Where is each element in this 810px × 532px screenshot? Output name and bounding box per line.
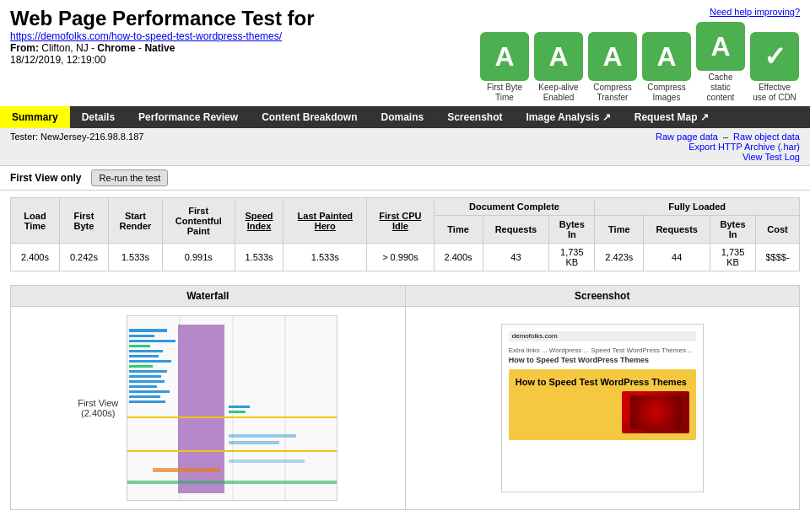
- grade-compress-images: ACompress Images: [641, 32, 692, 103]
- results-table: Load Time First Byte Start Render FirstC…: [10, 197, 800, 271]
- svg-rect-18: [129, 375, 161, 378]
- view-test-log-link[interactable]: View Test Log: [656, 152, 800, 162]
- fl-cost-header: Cost: [756, 216, 800, 244]
- svg-rect-10: [129, 335, 154, 337]
- grade-letter-cdn: ✓: [750, 32, 799, 81]
- help-link[interactable]: Need help improving?: [710, 7, 800, 17]
- cell-cpu-idle: > 0.990s: [367, 244, 434, 271]
- col-load-time: Load Time: [11, 198, 60, 244]
- svg-rect-21: [129, 390, 170, 393]
- cell-dc-bytes: 1,735 KB: [549, 244, 595, 271]
- svg-rect-22: [129, 395, 160, 398]
- from-info: From: Clifton, NJ - Chrome - Native 18/1…: [10, 42, 479, 66]
- fully-loaded-header: Fully Loaded: [595, 198, 800, 216]
- waterfall-image: [127, 315, 338, 501]
- svg-rect-25: [229, 411, 246, 413]
- cell-first-byte: 0.242s: [59, 244, 108, 271]
- grade-cdn: ✓Effective use of CDN: [749, 32, 800, 103]
- svg-rect-15: [129, 360, 171, 363]
- cell-dc-time: 2.400s: [434, 244, 483, 271]
- dc-time-header: Time: [434, 216, 483, 244]
- dc-bytes-header: BytesIn: [549, 216, 595, 244]
- meta-tester: Tester: NewJersey-216.98.8.187: [10, 132, 143, 142]
- col-last-painted: Last PaintedHero: [284, 198, 367, 244]
- fl-bytes-header: BytesIn: [710, 216, 756, 244]
- fl-requests-header: Requests: [644, 216, 710, 244]
- rerun-button[interactable]: Re-run the test: [91, 169, 168, 186]
- grade-label-compress-transfer: Compress Transfer: [593, 83, 632, 103]
- grade-label-compress-images: Compress Images: [647, 83, 686, 103]
- grade-cache-static: ACache static content: [695, 22, 746, 103]
- cell-fl-bytes: 1,735 KB: [710, 244, 756, 271]
- raw-page-data-link[interactable]: Raw page data: [656, 132, 718, 142]
- cell-dc-requests: 43: [483, 244, 549, 271]
- svg-rect-9: [129, 329, 167, 332]
- svg-rect-11: [129, 340, 176, 342]
- svg-rect-26: [229, 434, 296, 438]
- grade-label-cache-static: Cache static content: [707, 73, 735, 103]
- svg-rect-27: [229, 441, 279, 444]
- cell-fl-requests: 44: [644, 244, 710, 271]
- svg-rect-13: [129, 350, 163, 352]
- col-cpu-idle: First CPUIdle: [367, 198, 434, 244]
- grade-label-first-byte-time: First Byte Time: [487, 83, 522, 103]
- col-speed-index: SpeedIndex: [235, 198, 284, 244]
- tab-screenshot[interactable]: Screenshot: [435, 106, 514, 128]
- table-row: 2.400s 0.242s 1.533s 0.991s 1.533s 1.533…: [11, 244, 800, 271]
- svg-rect-14: [129, 355, 159, 357]
- first-view-label: First View only: [10, 172, 81, 184]
- grade-letter-keep-alive: A: [534, 32, 583, 81]
- cell-start-render: 1.533s: [108, 244, 162, 271]
- tab-content[interactable]: Content Breakdown: [250, 106, 369, 128]
- export-har-link[interactable]: Export HTTP Archive (.har): [656, 142, 800, 152]
- grade-label-keep-alive: Keep-alive Enabled: [538, 83, 578, 103]
- grade-keep-alive: AKeep-alive Enabled: [533, 32, 584, 103]
- screenshot-image: demofolks.com Extra links ... Wordpress …: [501, 324, 704, 492]
- col-fcp: FirstContentfulPaint: [162, 198, 235, 244]
- svg-rect-28: [229, 459, 305, 463]
- svg-rect-12: [129, 345, 150, 347]
- cell-fl-cost: $$$$-: [756, 244, 800, 271]
- waterfall-header: Waterfall: [11, 286, 405, 307]
- svg-rect-19: [129, 380, 165, 383]
- svg-rect-24: [229, 406, 250, 408]
- screenshot-panel: Screenshot demofolks.com Extra links ...…: [406, 286, 800, 509]
- svg-rect-8: [153, 468, 220, 472]
- cell-fcp: 0.991s: [162, 244, 235, 271]
- col-start-render: Start Render: [108, 198, 162, 244]
- waterfall-panel: Waterfall First View(2.400s): [11, 286, 406, 509]
- tab-performance[interactable]: Performance Review: [127, 106, 250, 128]
- svg-rect-7: [127, 481, 338, 484]
- grade-first-byte-time: AFirst Byte Time: [479, 32, 530, 103]
- fl-time-header: Time: [595, 216, 644, 244]
- cell-last-painted: 1.533s: [284, 244, 367, 271]
- grade-label-cdn: Effective use of CDN: [753, 83, 796, 103]
- tab-details[interactable]: Details: [70, 106, 127, 128]
- grade-letter-compress-images: A: [642, 32, 691, 81]
- doc-complete-header: Document Complete: [434, 198, 595, 216]
- svg-rect-23: [129, 400, 165, 403]
- grade-letter-first-byte-time: A: [480, 32, 529, 81]
- cell-speed-index: 1.533s: [235, 244, 284, 271]
- screenshot-header: Screenshot: [406, 286, 800, 307]
- tab-image-analysis[interactable]: Image Analysis ↗: [515, 106, 623, 128]
- tab-request-map[interactable]: Request Map ↗: [623, 106, 721, 128]
- grade-letter-compress-transfer: A: [588, 32, 637, 81]
- svg-rect-16: [129, 365, 153, 368]
- first-view-label2: First View(2.400s): [78, 398, 118, 418]
- grade-compress-transfer: ACompress Transfer: [587, 32, 638, 103]
- svg-rect-20: [129, 385, 157, 388]
- cell-load-time: 2.400s: [11, 244, 60, 271]
- tab-domains[interactable]: Domains: [369, 106, 435, 128]
- nav-tabs: SummaryDetailsPerformance ReviewContent …: [0, 106, 810, 128]
- page-title: Web Page Performance Test for: [10, 7, 479, 30]
- tab-summary[interactable]: Summary: [0, 106, 70, 128]
- svg-rect-17: [129, 370, 167, 373]
- dc-requests-header: Requests: [483, 216, 549, 244]
- page-url-link[interactable]: https://demofolks.com/how-to-speed-test-…: [10, 30, 282, 42]
- grade-letter-cache-static: A: [696, 22, 745, 71]
- raw-object-data-link[interactable]: Raw object data: [733, 132, 800, 142]
- col-first-byte: First Byte: [59, 198, 108, 244]
- cell-fl-time: 2.423s: [595, 244, 644, 271]
